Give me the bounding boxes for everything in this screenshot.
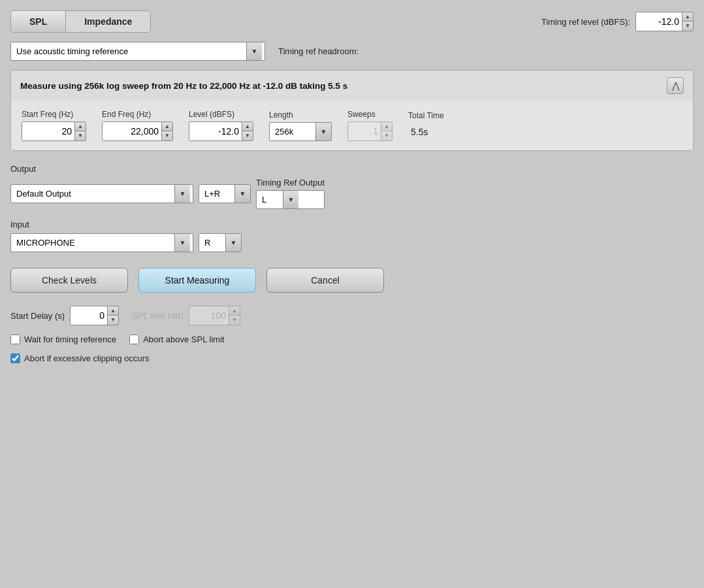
start-delay-label: Start Delay (s)	[10, 311, 65, 321]
timing-ref-dropdown-control: Use acoustic timing reference ▼	[10, 42, 265, 61]
action-row: Check Levels Start Measuring Cancel	[10, 268, 694, 293]
end-freq-input[interactable]	[103, 122, 161, 140]
top-row: SPL Impedance Timing ref level (dBFS): ▲…	[10, 10, 694, 33]
abort-spl-checkbox[interactable]	[129, 335, 139, 344]
spl-limit-buttons: ▲ ▼	[229, 306, 240, 325]
timing-ref-channel-arrow[interactable]: ▼	[283, 191, 298, 208]
level-input[interactable]	[189, 122, 242, 140]
abort-clipping-checkbox[interactable]	[10, 353, 20, 363]
spl-limit-spin: ▲ ▼	[189, 306, 240, 325]
wait-timing-checkbox[interactable]	[10, 335, 20, 344]
sweep-body: Start Freq (Hz) ▲ ▼ End Freq (Hz) ▲ ▼	[11, 101, 693, 150]
output-label: Output	[10, 164, 325, 174]
sweeps-up[interactable]: ▲	[381, 122, 392, 131]
spl-limit-input[interactable]	[189, 306, 229, 325]
output-device-dropdown[interactable]: Default Output	[11, 185, 174, 203]
options-row-3: Abort if excessive clipping occurs	[10, 353, 694, 363]
input-device-dropdown[interactable]: MICROPHONE	[11, 234, 174, 252]
input-device-arrow[interactable]: ▼	[174, 234, 190, 252]
level-buttons: ▲ ▼	[242, 122, 253, 140]
output-row: Default Output ▼ L+R ▼ Timing Ref Output…	[10, 178, 325, 209]
level-label: Level (dBFS)	[189, 110, 253, 119]
timing-headroom-label: Timing ref headroom:	[278, 46, 359, 56]
timing-ref-level-spin: ▲ ▼	[635, 12, 694, 31]
end-freq-spin: ▲ ▼	[102, 122, 173, 141]
input-row: MICROPHONE ▼ R ▼	[10, 233, 325, 252]
total-time-value: 5.5s	[408, 123, 444, 141]
level-spin: ▲ ▼	[189, 122, 253, 141]
options-row-1: Start Delay (s) ▲ ▼ SPL limit (dB) ▲ ▼	[10, 306, 694, 325]
start-freq-up[interactable]: ▲	[75, 122, 86, 131]
start-freq-input[interactable]	[22, 122, 74, 140]
level-down[interactable]: ▼	[242, 131, 253, 140]
end-freq-up[interactable]: ▲	[162, 122, 172, 131]
cancel-button[interactable]: Cancel	[266, 268, 384, 293]
start-delay-spin: ▲ ▼	[70, 306, 119, 325]
end-freq-field: End Freq (Hz) ▲ ▼	[102, 110, 173, 141]
start-freq-down[interactable]: ▼	[75, 131, 86, 140]
spl-limit-group: SPL limit (dB) ▲ ▼	[132, 306, 240, 325]
start-delay-input[interactable]	[71, 306, 107, 325]
sweeps-field: Sweeps ▲ ▼	[347, 110, 392, 141]
timing-ref-level-up[interactable]: ▲	[682, 12, 693, 22]
timing-ref-output-label: Timing Ref Output	[256, 178, 325, 188]
tab-group: SPL Impedance	[10, 10, 151, 33]
sweeps-label: Sweeps	[347, 110, 392, 119]
output-channel-lr-control: L+R ▼	[199, 184, 251, 203]
input-channel-control: R ▼	[199, 233, 242, 252]
input-label: Input	[10, 220, 29, 229]
input-channel-arrow[interactable]: ▼	[225, 234, 241, 252]
sweeps-spin: ▲ ▼	[347, 122, 392, 141]
sweep-section: Measure using 256k log sweep from 20 Hz …	[10, 70, 694, 151]
timing-headroom-group: Timing ref headroom:	[278, 46, 359, 56]
sweeps-down[interactable]: ▼	[381, 131, 392, 140]
check-levels-button[interactable]: Check Levels	[10, 268, 128, 293]
start-measuring-button[interactable]: Start Measuring	[138, 268, 256, 293]
timing-ref-dropdown-arrow[interactable]: ▼	[246, 42, 262, 60]
level-field: Level (dBFS) ▲ ▼	[189, 110, 253, 141]
timing-ref-output-section: Timing Ref Output L ▼	[256, 178, 325, 209]
tab-spl[interactable]: SPL	[11, 11, 66, 32]
sweep-description: Measure using 256k log sweep from 20 Hz …	[20, 81, 660, 91]
output-channel-lr-arrow[interactable]: ▼	[234, 185, 250, 203]
wait-timing-checkbox-group: Wait for timing reference	[10, 335, 116, 344]
start-delay-down[interactable]: ▼	[108, 316, 118, 325]
start-freq-spin: ▲ ▼	[22, 122, 86, 141]
input-channel-dropdown[interactable]: R	[199, 234, 225, 252]
end-freq-down[interactable]: ▼	[162, 131, 172, 140]
level-up[interactable]: ▲	[242, 122, 253, 131]
length-dropdown-control: 256k ▼	[269, 122, 332, 141]
abort-spl-label: Abort above SPL limit	[143, 335, 225, 344]
length-label: Length	[269, 110, 332, 120]
timing-ref-dropdown[interactable]: Use acoustic timing reference	[11, 42, 246, 60]
output-section: Output Default Output ▼ L+R ▼ Timing Ref…	[10, 164, 325, 252]
length-dropdown-arrow[interactable]: ▼	[315, 123, 331, 140]
sweeps-buttons: ▲ ▼	[381, 122, 392, 140]
spl-limit-down[interactable]: ▼	[229, 316, 240, 325]
timing-ref-level-down[interactable]: ▼	[682, 22, 693, 31]
output-device-arrow[interactable]: ▼	[174, 185, 190, 203]
total-time-label: Total Time	[408, 111, 444, 120]
length-field: Length 256k ▼	[269, 110, 332, 141]
end-freq-buttons: ▲ ▼	[161, 122, 172, 140]
timing-ref-level-input[interactable]	[636, 12, 682, 31]
output-device-control: Default Output ▼	[10, 184, 193, 203]
length-dropdown[interactable]: 256k	[270, 123, 315, 140]
timing-ref-channel-control: L ▼	[256, 190, 325, 209]
total-time-field: Total Time 5.5s	[408, 111, 444, 141]
start-delay-buttons: ▲ ▼	[107, 306, 118, 325]
spl-limit-up[interactable]: ▲	[229, 306, 240, 316]
start-delay-up[interactable]: ▲	[108, 306, 118, 316]
spl-limit-label: SPL limit (dB)	[132, 311, 184, 321]
abort-clipping-checkbox-group: Abort if excessive clipping occurs	[10, 353, 149, 363]
output-channel-lr-dropdown[interactable]: L+R	[199, 185, 234, 203]
timing-ref-level-buttons: ▲ ▼	[682, 12, 693, 31]
sweep-collapse-btn[interactable]: ⋀	[667, 77, 684, 94]
timing-ref-channel-dropdown[interactable]: L	[257, 191, 283, 208]
collapse-icon: ⋀	[672, 80, 679, 91]
wait-timing-label: Wait for timing reference	[24, 335, 116, 344]
start-freq-label: Start Freq (Hz)	[22, 110, 86, 119]
tab-impedance[interactable]: Impedance	[66, 11, 150, 32]
start-delay-group: Start Delay (s) ▲ ▼	[10, 306, 119, 325]
sweeps-input[interactable]	[348, 122, 381, 140]
